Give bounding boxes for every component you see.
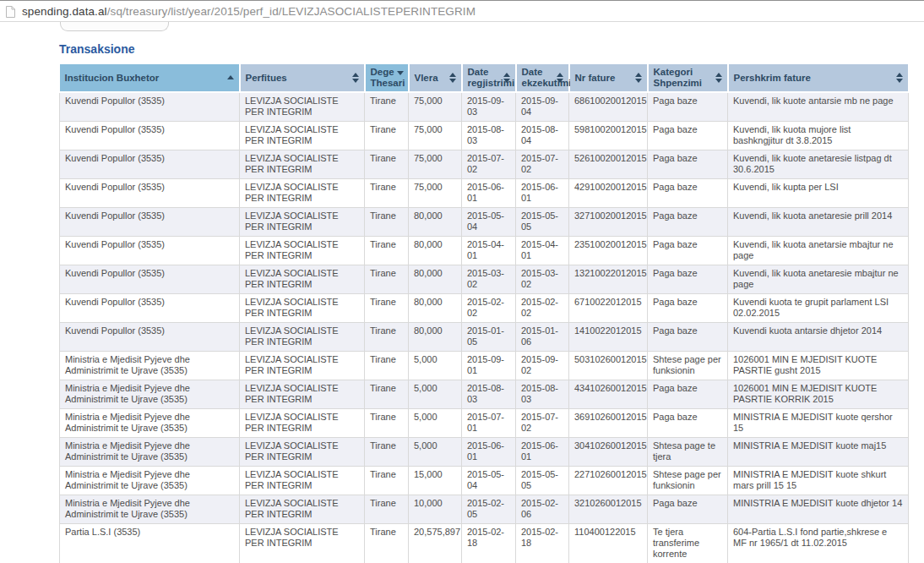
cell-vlera: 80,000 (409, 294, 462, 323)
cell-dege: Tirane (365, 467, 409, 495)
cell-institucion: Kuvendi Popullor (3535) (60, 179, 240, 208)
table-row: Kuvendi Popullor (3535)LEVIZJA SOCIALIST… (60, 323, 909, 352)
cell-dege: Tirane (365, 409, 409, 438)
column-header-pershkrim[interactable]: Pershkrim fature (728, 64, 909, 92)
cell-pershkrim: Kuvendi, lik kuote antarsie mb ne page (728, 92, 909, 122)
cell-vlera: 80,000 (409, 237, 462, 265)
sort-both-icon (896, 79, 903, 83)
column-header-perfitues[interactable]: Perfitues (240, 64, 365, 92)
table-row: Kuvendi Popullor (3535)LEVIZJA SOCIALIST… (60, 150, 909, 179)
column-header-dege[interactable]: Dege Thesari (365, 64, 409, 92)
cell-kategori: Paga baze (648, 122, 728, 150)
cell-date-regjistrimi: 2015-02-05 (462, 495, 516, 524)
cell-pershkrim: Kuvendi kuota antarsie dhjetor 2014 (728, 323, 909, 352)
cell-institucion: Ministria e Mjedisit Pyjeve dhe Administ… (60, 409, 240, 438)
cell-pershkrim: MINISTRIA E MJEDISIT kuote qershor 15 (728, 409, 909, 438)
cell-dege: Tirane (365, 265, 409, 294)
cell-pershkrim: 1026001 MIN E MJEDISIT KUOTE PASRTIE gus… (728, 352, 909, 380)
cell-perfitues: LEVIZJA SOCIALISTE PER INTEGRIM (240, 150, 365, 179)
cell-vlera: 5,000 (409, 438, 462, 467)
cell-date-ekzekutimi: 2015-09-04 (516, 92, 569, 122)
cell-dege: Tirane (365, 150, 409, 179)
table-row: Ministria e Mjedisit Pyjeve dhe Administ… (60, 380, 909, 409)
table-row: Kuvendi Popullor (3535)LEVIZJA SOCIALIST… (60, 208, 909, 237)
cell-perfitues: LEVIZJA SOCIALISTE PER INTEGRIM (240, 323, 365, 352)
cell-vlera: 75,000 (409, 150, 462, 179)
cell-kategori: Paga baze (648, 179, 728, 208)
sort-both-icon (352, 79, 359, 83)
page-content: Transaksione Institucion BuxhetorPerfitu… (0, 22, 924, 562)
page-title: Transaksione (59, 42, 135, 56)
table-row: Ministria e Mjedisit Pyjeve dhe Administ… (60, 438, 909, 467)
column-header-date-ekzekutimi[interactable]: Date ekzekutimi (516, 64, 569, 92)
cell-nr-fature: 50310260012015 (569, 352, 648, 380)
truncated-tab[interactable] (60, 22, 169, 31)
cell-date-ekzekutimi: 2015-09-02 (516, 352, 569, 380)
cell-pershkrim: Kuvendi, lik kuote anetaresie listpag dt… (728, 150, 909, 179)
cell-dege: Tirane (365, 179, 409, 208)
sort-desc-icon (397, 71, 404, 75)
cell-date-regjistrimi: 2015-09-01 (462, 352, 516, 380)
cell-institucion: Ministria e Mjedisit Pyjeve dhe Administ… (60, 467, 240, 495)
table-row: Kuvendi Popullor (3535)LEVIZJA SOCIALIST… (60, 265, 909, 294)
sort-both-icon (715, 79, 722, 83)
cell-nr-fature: 13210022012015 (569, 265, 648, 294)
cell-pershkrim: Kuvendi, lik kuota anetaresie prill 2014 (728, 208, 909, 237)
cell-institucion: Kuvendi Popullor (3535) (60, 323, 240, 352)
table-row: Kuvendi Popullor (3535)LEVIZJA SOCIALIST… (60, 179, 909, 208)
cell-date-regjistrimi: 2015-06-01 (462, 438, 516, 467)
column-label: Dege Thesari (371, 67, 405, 88)
cell-kategori: Paga baze (648, 323, 728, 352)
cell-pershkrim: Kuvendi kuota te grupit parlament LSI 02… (728, 294, 909, 323)
cell-date-ekzekutimi: 2015-02-06 (516, 495, 569, 524)
cell-perfitues: LEVIZJA SOCIALISTE PER INTEGRIM (240, 438, 365, 467)
column-header-date-regjistrimi[interactable]: Date regjistrimi (462, 64, 516, 92)
column-header-vlera[interactable]: Vlera (409, 64, 462, 92)
table-row: Ministria e Mjedisit Pyjeve dhe Administ… (60, 409, 909, 438)
cell-nr-fature: 68610020012015 (569, 92, 648, 122)
cell-date-ekzekutimi: 2015-08-04 (516, 122, 569, 150)
transactions-table: Institucion BuxhetorPerfituesDege Thesar… (59, 64, 910, 563)
sort-both-icon (557, 73, 563, 77)
cell-date-ekzekutimi: 2015-07-02 (516, 409, 569, 438)
column-header-kategori[interactable]: Kategori Shpenzimi (648, 64, 728, 92)
sort-both-icon (635, 79, 642, 83)
cell-date-ekzekutimi: 2015-03-02 (516, 265, 569, 294)
table-row: Kuvendi Popullor (3535)LEVIZJA SOCIALIST… (60, 237, 909, 265)
cell-institucion: Partia L.S.I (3535) (60, 524, 240, 563)
cell-institucion: Kuvendi Popullor (3535) (60, 265, 240, 294)
cell-date-ekzekutimi: 2015-07-02 (516, 150, 569, 179)
cell-institucion: Ministria e Mjedisit Pyjeve dhe Administ… (60, 495, 240, 524)
cell-date-ekzekutimi: 2015-01-06 (516, 323, 569, 352)
url-path: /sq/treasury/list/year/2015/perf_id/LEVI… (107, 5, 476, 18)
cell-nr-fature: 59810020012015 (569, 122, 648, 150)
cell-institucion: Kuvendi Popullor (3535) (60, 208, 240, 237)
table-row: Partia L.S.I (3535)LEVIZJA SOCIALISTE PE… (60, 524, 909, 563)
address-bar[interactable]: spending.data.al/sq/treasury/list/year/2… (0, 0, 924, 22)
cell-perfitues: LEVIZJA SOCIALISTE PER INTEGRIM (240, 208, 365, 237)
sort-both-icon (503, 73, 510, 77)
cell-vlera: 5,000 (409, 352, 462, 380)
cell-institucion: Kuvendi Popullor (3535) (60, 92, 240, 122)
cell-institucion: Ministria e Mjedisit Pyjeve dhe Administ… (60, 380, 240, 409)
column-header-institucion[interactable]: Institucion Buxhetor (60, 64, 240, 92)
cell-dege: Tirane (365, 122, 409, 150)
cell-vlera: 80,000 (409, 265, 462, 294)
sort-both-icon (503, 79, 510, 83)
cell-perfitues: LEVIZJA SOCIALISTE PER INTEGRIM (240, 179, 365, 208)
cell-date-regjistrimi: 2015-07-02 (462, 150, 516, 179)
cell-vlera: 5,000 (409, 409, 462, 438)
cell-date-regjistrimi: 2015-03-02 (462, 265, 516, 294)
cell-perfitues: LEVIZJA SOCIALISTE PER INTEGRIM (240, 409, 365, 438)
cell-pershkrim: Kuvendi, lik kupta per LSI (728, 179, 909, 208)
cell-vlera: 20,575,897 (409, 524, 462, 563)
cell-institucion: Kuvendi Popullor (3535) (60, 294, 240, 323)
cell-date-ekzekutimi: 2015-02-02 (516, 294, 569, 323)
table-row: Ministria e Mjedisit Pyjeve dhe Administ… (60, 467, 909, 495)
cell-kategori: Shtese page per funksionin (648, 352, 728, 380)
cell-dege: Tirane (365, 323, 409, 352)
cell-date-ekzekutimi: 2015-05-05 (516, 467, 569, 495)
column-header-nr-fature[interactable]: Nr fature (569, 64, 648, 92)
cell-institucion: Kuvendi Popullor (3535) (60, 237, 240, 265)
cell-date-regjistrimi: 2015-02-02 (462, 294, 516, 323)
